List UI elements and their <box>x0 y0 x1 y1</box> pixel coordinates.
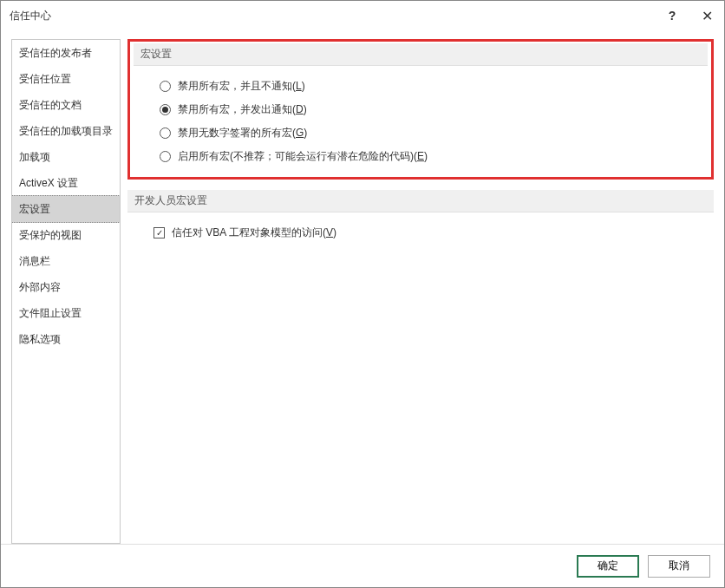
macro-option-label-1: 禁用所有宏，并发出通知(D) <box>178 102 307 117</box>
titlebar-controls: ? ✕ <box>655 1 724 30</box>
macro-settings-header: 宏设置 <box>134 43 708 66</box>
ok-button[interactable]: 确定 <box>577 555 639 578</box>
trust-vba-checkbox-row[interactable]: 信任对 VBA 工程对象模型的访问(V) <box>153 221 714 245</box>
content-area: 受信任的发布者受信任位置受信任的文档受信任的加载项目录加载项ActiveX 设置… <box>1 30 724 544</box>
sidebar-item-10[interactable]: 文件阻止设置 <box>12 300 120 326</box>
developer-macro-header: 开发人员宏设置 <box>127 190 714 212</box>
sidebar-item-9[interactable]: 外部内容 <box>12 274 120 300</box>
sidebar: 受信任的发布者受信任位置受信任的文档受信任的加载项目录加载项ActiveX 设置… <box>11 39 121 544</box>
macro-option-3[interactable]: 启用所有宏(不推荐；可能会运行有潜在危险的代码)(E) <box>160 145 708 168</box>
sidebar-item-8[interactable]: 消息栏 <box>12 248 120 274</box>
macro-radio-1[interactable] <box>160 104 171 115</box>
sidebar-item-7[interactable]: 受保护的视图 <box>12 222 120 248</box>
titlebar: 信任中心 ? ✕ <box>1 1 724 30</box>
sidebar-item-11[interactable]: 隐私选项 <box>12 326 120 352</box>
trust-center-dialog: 信任中心 ? ✕ 受信任的发布者受信任位置受信任的文档受信任的加载项目录加载项A… <box>0 0 725 588</box>
dialog-footer: 确定 取消 <box>1 544 724 587</box>
sidebar-item-0[interactable]: 受信任的发布者 <box>12 40 120 66</box>
macro-option-label-0: 禁用所有宏，并且不通知(L) <box>178 79 305 94</box>
macro-option-label-3: 启用所有宏(不推荐；可能会运行有潜在危险的代码)(E) <box>178 149 428 164</box>
sidebar-item-1[interactable]: 受信任位置 <box>12 66 120 92</box>
help-button[interactable]: ? <box>655 1 689 30</box>
sidebar-item-6[interactable]: 宏设置 <box>11 195 121 223</box>
developer-macro-body: 信任对 VBA 工程对象模型的访问(V) <box>127 212 714 245</box>
macro-settings-highlight: 宏设置 禁用所有宏，并且不通知(L)禁用所有宏，并发出通知(D)禁用无数字签署的… <box>127 39 714 180</box>
macro-radio-3[interactable] <box>160 151 171 162</box>
sidebar-item-2[interactable]: 受信任的文档 <box>12 92 120 118</box>
macro-option-0[interactable]: 禁用所有宏，并且不通知(L) <box>160 75 708 98</box>
sidebar-item-4[interactable]: 加载项 <box>12 144 120 170</box>
developer-macro-section: 开发人员宏设置 信任对 VBA 工程对象模型的访问(V) <box>127 190 714 245</box>
close-button[interactable]: ✕ <box>689 1 724 30</box>
macro-option-label-2: 禁用无数字签署的所有宏(G) <box>178 126 307 140</box>
sidebar-item-3[interactable]: 受信任的加载项目录 <box>12 118 120 144</box>
macro-radio-2[interactable] <box>160 127 171 139</box>
macro-radio-0[interactable] <box>160 81 171 92</box>
macro-option-1[interactable]: 禁用所有宏，并发出通知(D) <box>160 98 708 121</box>
macro-option-2[interactable]: 禁用无数字签署的所有宏(G) <box>160 121 708 145</box>
trust-vba-checkbox[interactable] <box>153 227 165 238</box>
cancel-button[interactable]: 取消 <box>648 555 710 578</box>
dialog-title: 信任中心 <box>10 9 51 23</box>
macro-options-group: 禁用所有宏，并且不通知(L)禁用所有宏，并发出通知(D)禁用无数字签署的所有宏(… <box>134 66 708 168</box>
sidebar-item-5[interactable]: ActiveX 设置 <box>12 170 120 196</box>
trust-vba-label: 信任对 VBA 工程对象模型的访问(V) <box>172 225 336 240</box>
main-panel: 宏设置 禁用所有宏，并且不通知(L)禁用所有宏，并发出通知(D)禁用无数字签署的… <box>127 39 714 544</box>
